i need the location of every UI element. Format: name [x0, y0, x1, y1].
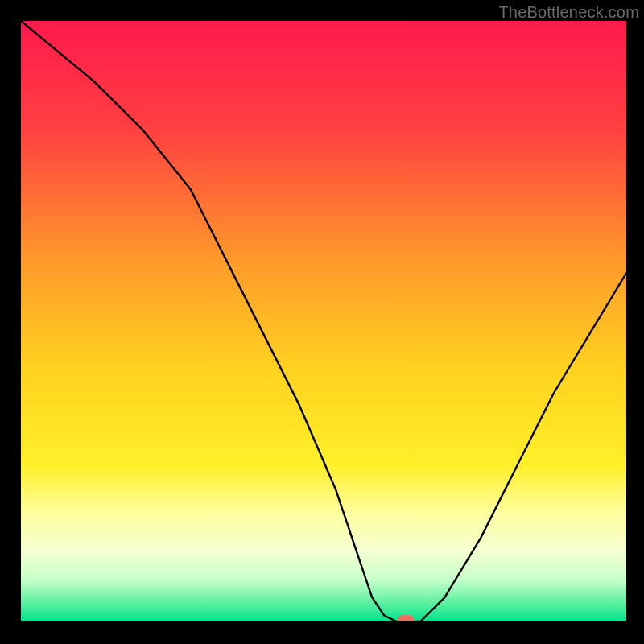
min-marker [398, 615, 414, 621]
chart-container: TheBottleneck.com [0, 0, 644, 644]
bottleneck-curve [21, 21, 626, 621]
plot-area [21, 21, 626, 621]
attribution-label: TheBottleneck.com [498, 3, 639, 22]
